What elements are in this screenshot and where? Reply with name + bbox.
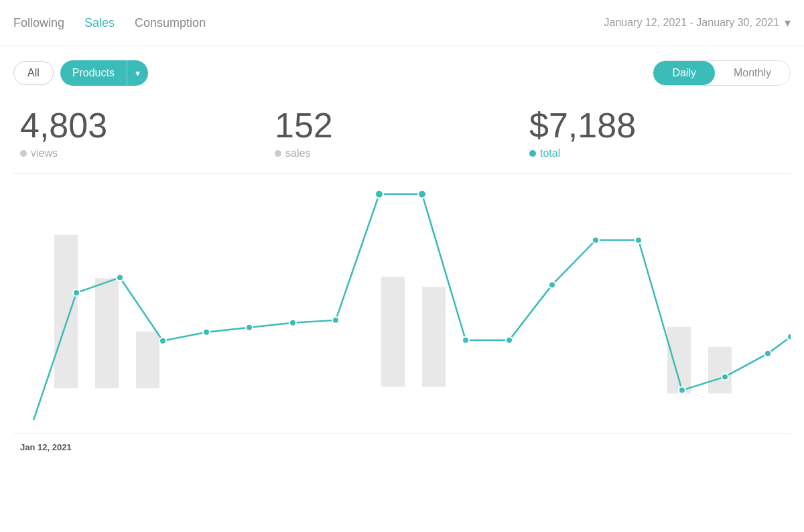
dot-1 — [73, 289, 80, 296]
total-label-row: total — [529, 147, 784, 159]
time-toggle: Daily Monthly — [653, 60, 791, 86]
dot-18 — [787, 334, 791, 340]
nav-consumption[interactable]: Consumption — [135, 16, 206, 30]
bar-9 — [381, 277, 405, 387]
stat-total: $7,188 total — [529, 107, 784, 159]
all-filter-button[interactable]: All — [13, 61, 54, 85]
total-dot — [529, 150, 536, 157]
chart-svg — [13, 174, 791, 434]
sales-label-row: sales — [275, 147, 529, 159]
products-chevron-icon: ▾ — [127, 62, 148, 84]
dot-9 — [418, 190, 426, 198]
stat-views: 4,803 views — [20, 107, 275, 159]
views-dot — [20, 150, 27, 157]
dot-14 — [635, 237, 642, 244]
bar-17 — [708, 347, 732, 394]
sales-label: sales — [285, 147, 310, 159]
stat-sales: 152 sales — [275, 107, 529, 159]
date-range-text: January 12, 2021 - January 30, 2021 — [604, 17, 779, 29]
dot-5 — [246, 324, 253, 331]
total-value: $7,188 — [529, 107, 784, 145]
chart-area: Jan 12, 2021 — [13, 173, 791, 434]
filter-left: All Products ▾ — [13, 60, 148, 86]
chart-x-label: Jan 12, 2021 — [20, 442, 72, 452]
filter-row: All Products ▾ Daily Monthly — [0, 46, 804, 100]
monthly-toggle-button[interactable]: Monthly — [715, 61, 790, 85]
total-label: total — [540, 147, 560, 159]
date-range-selector[interactable]: January 12, 2021 - January 30, 2021 ▾ — [604, 15, 791, 30]
daily-toggle-button[interactable]: Daily — [653, 61, 715, 85]
bar-3 — [136, 332, 159, 389]
bar-10 — [422, 287, 446, 387]
dot-8 — [375, 190, 383, 198]
bar-1 — [54, 235, 78, 389]
dot-3 — [159, 338, 166, 344]
bar-16 — [667, 327, 691, 393]
stats-row: 4,803 views 152 sales $7,188 total — [0, 100, 804, 173]
dot-17 — [764, 350, 771, 357]
dot-16 — [722, 374, 728, 381]
dot-10 — [462, 337, 469, 344]
views-label: views — [31, 147, 58, 159]
dot-7 — [332, 317, 339, 324]
products-filter-button[interactable]: Products ▾ — [60, 60, 148, 86]
date-range-chevron-icon: ▾ — [785, 15, 791, 30]
dot-6 — [289, 320, 296, 326]
bar-2 — [95, 278, 119, 388]
dot-11 — [506, 337, 513, 344]
views-value: 4,803 — [20, 107, 275, 145]
dot-2 — [117, 274, 123, 281]
views-label-row: views — [20, 147, 275, 159]
dot-15 — [679, 387, 685, 394]
products-label: Products — [60, 61, 127, 85]
nav-sales[interactable]: Sales — [84, 16, 115, 30]
sales-dot — [275, 150, 281, 157]
dot-13 — [592, 237, 599, 244]
nav-following[interactable]: Following — [13, 16, 64, 30]
dot-4 — [203, 329, 210, 336]
top-navigation: Following Sales Consumption January 12, … — [0, 0, 804, 46]
nav-links: Following Sales Consumption — [13, 16, 206, 30]
sales-value: 152 — [275, 107, 529, 145]
dot-12 — [549, 281, 555, 288]
